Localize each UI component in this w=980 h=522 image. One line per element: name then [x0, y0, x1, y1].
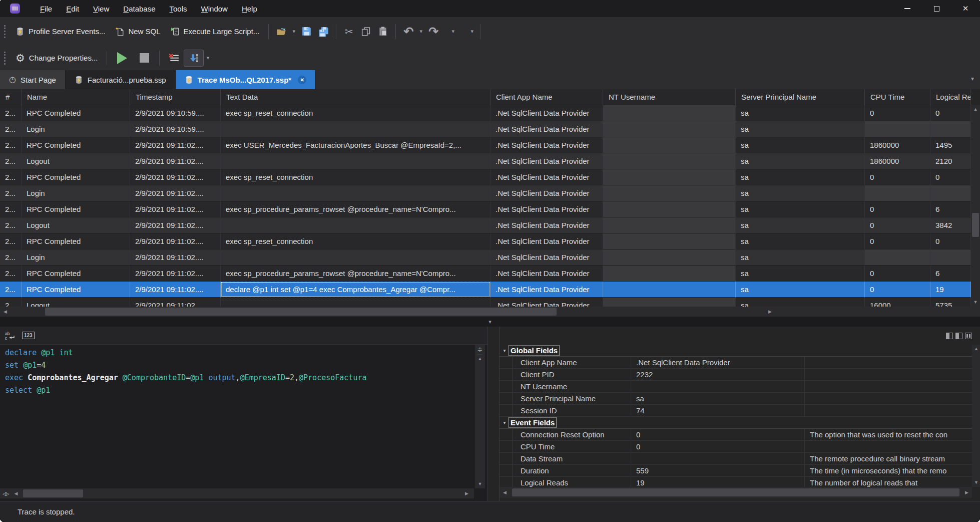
- tab-close-button[interactable]: ✕: [298, 76, 306, 84]
- cut-button[interactable]: ✂: [340, 23, 357, 40]
- column-header-name[interactable]: Name: [22, 89, 130, 105]
- redo-dropdown[interactable]: ▾: [449, 23, 457, 40]
- fields-vertical-scrollbar[interactable]: ▲ ▼: [972, 345, 980, 487]
- trace-event-row[interactable]: 2...RPC Completed2/9/2021 09:11:02....de…: [0, 282, 971, 298]
- trace-event-row[interactable]: 2...RPC Completed2/9/2021 09:10:59....ex…: [0, 105, 971, 121]
- field-row[interactable]: Connection Reset Option0The option that …: [500, 429, 972, 441]
- tab-trace-active[interactable]: Trace MsOb...QL2017.ssp* ✕: [176, 70, 316, 89]
- field-row[interactable]: Data StreamThe remote procedure call bin…: [500, 453, 972, 465]
- trace-event-row[interactable]: 2...Login2/9/2021 09:11:02.....Net SqlCl…: [0, 185, 971, 201]
- grid-hscroll-thumb[interactable]: [45, 308, 557, 316]
- column-header-logical-rea[interactable]: Logical Rea: [930, 89, 971, 105]
- cell: 2...: [0, 217, 22, 233]
- column-header-nt-username[interactable]: NT Username: [603, 89, 736, 105]
- trace-event-row[interactable]: 2...Logout2/9/2021 09:11:02.....Net SqlC…: [0, 298, 971, 307]
- menu-help[interactable]: Help: [236, 3, 263, 15]
- collapse-caret-icon[interactable]: ▾: [500, 348, 510, 353]
- sql-vertical-scrollbar[interactable]: ≑ ▲ ▼: [475, 345, 485, 488]
- panel-splitter[interactable]: ▾: [0, 317, 980, 327]
- field-row[interactable]: Session ID74: [500, 405, 972, 417]
- field-row[interactable]: Client App Name.Net SqlClient Data Provi…: [500, 357, 972, 369]
- save-button[interactable]: [298, 23, 315, 40]
- undo-button[interactable]: ↶: [400, 23, 417, 40]
- menu-database[interactable]: Database: [117, 3, 161, 15]
- trace-event-row[interactable]: 2...Logout2/9/2021 09:11:02.....Net SqlC…: [0, 217, 971, 233]
- trace-event-row[interactable]: 2...RPC Completed2/9/2021 09:11:02....ex…: [0, 137, 971, 153]
- fields-horizontal-scrollbar[interactable]: ◀ ▶: [500, 487, 972, 498]
- layout-right-icon[interactable]: [955, 333, 962, 339]
- close-button[interactable]: ✕: [951, 0, 980, 17]
- clear-events-button[interactable]: [164, 50, 184, 67]
- field-row[interactable]: Client PID2232: [500, 369, 972, 381]
- sql-horizontal-scrollbar[interactable]: ◁▷ ◀ ▶: [0, 488, 474, 498]
- cell: sa: [736, 217, 865, 233]
- profile-server-events-button[interactable]: Profile Server Events...: [11, 24, 110, 39]
- execute-large-script-button[interactable]: Execute Large Script...: [166, 24, 265, 39]
- toolbar-drag-handle[interactable]: [4, 52, 6, 65]
- cell: [603, 169, 736, 185]
- new-sql-button[interactable]: New SQL: [110, 24, 165, 39]
- maximize-button[interactable]: [922, 0, 951, 17]
- field-row[interactable]: NT Username: [500, 381, 972, 393]
- column-header-server-principal-name[interactable]: Server Principal Name: [736, 89, 865, 105]
- line-numbers-toggle[interactable]: 123: [21, 330, 36, 341]
- trace-event-row[interactable]: 2...RPC Completed2/9/2021 09:11:02....ex…: [0, 266, 971, 282]
- layout-columns-icon[interactable]: [965, 333, 972, 339]
- trace-event-row[interactable]: 2...RPC Completed2/9/2021 09:11:02....ex…: [0, 233, 971, 249]
- auto-scroll-toggle[interactable]: [184, 50, 204, 67]
- copy-button[interactable]: [357, 23, 374, 40]
- field-row[interactable]: Server Principal Namesa: [500, 393, 972, 405]
- toolbar-drag-handle[interactable]: [4, 25, 6, 38]
- fields-section-header[interactable]: ▾Global Fields: [500, 345, 972, 357]
- undo-dropdown[interactable]: ▾: [417, 23, 425, 40]
- collapse-caret-icon[interactable]: ▾: [500, 420, 510, 425]
- auto-scroll-dropdown[interactable]: ▾: [204, 50, 212, 67]
- menu-window[interactable]: Window: [195, 3, 234, 15]
- grid-vertical-scrollbar[interactable]: ▲ ▼: [971, 105, 980, 307]
- column-header-cpu-time[interactable]: CPU Time: [865, 89, 930, 105]
- open-file-button[interactable]: [273, 23, 290, 40]
- menu-file[interactable]: File: [34, 3, 58, 15]
- redo-button[interactable]: ↷: [425, 23, 442, 40]
- change-properties-button[interactable]: ⚙ Change Properties...: [11, 50, 103, 66]
- column-header-client-app-name[interactable]: Client App Name: [491, 89, 603, 105]
- field-label: Connection Reset Option: [500, 429, 631, 440]
- scroll-up-icon: ▲: [973, 105, 978, 114]
- trace-event-row[interactable]: 2...Login2/9/2021 09:10:59.....Net SqlCl…: [0, 121, 971, 137]
- fields-hscroll-thumb[interactable]: [512, 488, 959, 496]
- minimize-button[interactable]: [893, 0, 922, 17]
- field-row[interactable]: Duration559The time (in microseconds) th…: [500, 465, 972, 477]
- paste-button[interactable]: [374, 23, 391, 40]
- field-row[interactable]: CPU Time0: [500, 441, 972, 453]
- gear-icon: ⚙: [16, 53, 25, 63]
- layout-left-icon[interactable]: [946, 333, 953, 339]
- open-file-dropdown[interactable]: ▾: [290, 23, 298, 40]
- menu-view[interactable]: View: [87, 3, 115, 15]
- tab-list-dropdown[interactable]: ▾: [971, 75, 974, 82]
- menu-edit[interactable]: Edit: [60, 3, 85, 15]
- trace-event-row[interactable]: 2...Login2/9/2021 09:11:02.....Net SqlCl…: [0, 249, 971, 266]
- column-header-text-data[interactable]: Text Data: [221, 89, 491, 105]
- trace-event-row[interactable]: 2...RPC Completed2/9/2021 09:11:02....ex…: [0, 201, 971, 217]
- sql-code-editor[interactable]: declare @p1 intset @p1=4exec Comprobante…: [0, 345, 474, 488]
- field-description: [805, 441, 972, 452]
- trace-event-row[interactable]: 2...RPC Completed2/9/2021 09:11:02....ex…: [0, 169, 971, 185]
- tab-start-page[interactable]: ◷ Start Page: [0, 70, 66, 89]
- column-header--[interactable]: #: [0, 89, 22, 105]
- start-trace-button[interactable]: [111, 50, 133, 67]
- word-wrap-toggle[interactable]: abc: [4, 330, 18, 341]
- fields-section-header[interactable]: ▾Event Fields: [500, 417, 972, 429]
- sql-hscroll-thumb[interactable]: [23, 489, 83, 497]
- menu-tools[interactable]: Tools: [164, 3, 193, 15]
- field-row[interactable]: Logical Reads19The number of logical rea…: [500, 477, 972, 487]
- close-icon: ✕: [300, 77, 304, 83]
- grid-vscroll-thumb[interactable]: [972, 213, 979, 237]
- stop-trace-button[interactable]: [133, 50, 155, 67]
- save-all-button[interactable]: [315, 23, 332, 40]
- editor-splitter-grip[interactable]: ≑: [477, 345, 483, 355]
- more-tools-dropdown[interactable]: ▾: [468, 23, 476, 40]
- trace-event-row[interactable]: 2...Logout2/9/2021 09:11:02.....Net SqlC…: [0, 153, 971, 169]
- tab-facturacion[interactable]: Facturació...prueba.ssp: [66, 70, 176, 89]
- split-view-icon[interactable]: ◁▷: [0, 491, 11, 496]
- column-header-timestamp[interactable]: Timestamp: [130, 89, 221, 105]
